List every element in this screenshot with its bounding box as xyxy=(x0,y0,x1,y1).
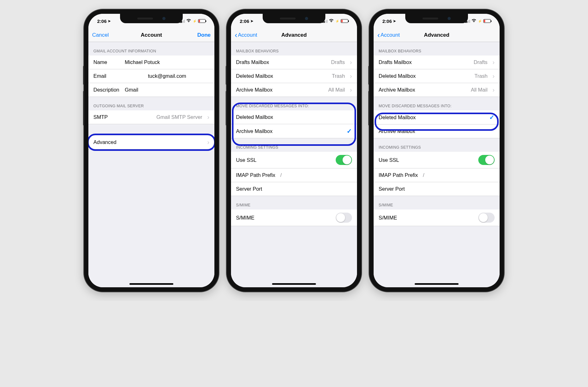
value-description: Gmail xyxy=(125,87,209,93)
chevron-left-icon: ‹ xyxy=(235,31,237,40)
chevron-right-icon: › xyxy=(207,139,209,146)
row-smtp[interactable]: SMTP Gmail SMTP Server › xyxy=(88,110,214,124)
section-header-move-discarded: Move Discarded Messages Into: xyxy=(231,97,357,110)
row-drafts-mailbox[interactable]: Drafts Mailbox Drafts › xyxy=(231,56,357,69)
nav-title: Advanced xyxy=(260,32,328,38)
toggle-smime[interactable] xyxy=(478,213,495,223)
chevron-right-icon: › xyxy=(350,59,352,66)
row-name[interactable]: Name Michael Potuck xyxy=(88,56,214,69)
value-email: tuck@gmail.com xyxy=(125,73,209,79)
battery-icon xyxy=(341,19,348,23)
chevron-right-icon: › xyxy=(492,86,495,93)
nav-bar: ‹ Account Advanced xyxy=(231,28,357,42)
value-smtp: Gmail SMTP Server xyxy=(156,114,202,120)
nav-bar: ‹ Account Advanced xyxy=(374,28,500,42)
row-discard-archive[interactable]: Archive Mailbox xyxy=(374,125,500,138)
toggle-ssl[interactable] xyxy=(478,155,495,165)
battery-icon xyxy=(198,19,206,23)
nav-title: Advanced xyxy=(402,32,471,38)
checkmark-icon: ✓ xyxy=(347,127,352,135)
wifi-icon xyxy=(471,19,476,24)
wifi-icon xyxy=(329,19,334,24)
nav-bar: Cancel Account Done xyxy=(88,28,214,42)
row-deleted-mailbox[interactable]: Deleted Mailbox Trash › xyxy=(231,69,357,83)
cancel-button[interactable]: Cancel xyxy=(92,32,117,38)
home-indicator[interactable] xyxy=(415,283,459,285)
back-button[interactable]: ‹ Account xyxy=(235,31,260,40)
row-discard-archive[interactable]: Archive Mailbox ✓ xyxy=(231,124,357,138)
section-header-mailbox-behaviors: Mailbox Behaviors xyxy=(231,42,357,56)
chevron-right-icon: › xyxy=(492,72,495,80)
location-icon: ➤ xyxy=(108,19,111,23)
phone-frame: 2:06 ➤ ⚡ ‹ Account Advanced Mailbox Beha… xyxy=(227,9,361,292)
screen: 2:06 ➤ ⚡ ‹ Account Advanced Mailbox Beha… xyxy=(374,14,500,287)
label-name: Name xyxy=(93,59,122,65)
charging-icon: ⚡ xyxy=(478,19,482,23)
row-use-ssl[interactable]: Use SSL xyxy=(231,152,357,168)
chevron-right-icon: › xyxy=(350,72,352,80)
home-indicator[interactable] xyxy=(129,283,173,285)
label-smtp: SMTP xyxy=(93,114,153,120)
back-button[interactable]: ‹ Account xyxy=(377,31,402,40)
chevron-right-icon: › xyxy=(350,86,352,93)
content-area[interactable]: Mailbox Behaviors Drafts Mailbox Drafts … xyxy=(231,42,357,287)
content-area[interactable]: Mailbox Behaviors Drafts Mailbox Drafts … xyxy=(374,42,500,287)
label-advanced: Advanced xyxy=(93,139,202,145)
row-server-port[interactable]: Server Port xyxy=(374,182,500,196)
section-header-incoming: Incoming Settings xyxy=(231,138,357,152)
toggle-smime[interactable] xyxy=(336,213,352,223)
row-discard-deleted[interactable]: Deleted Mailbox ✓ xyxy=(374,110,500,125)
label-email: Email xyxy=(93,73,122,79)
value-name: Michael Potuck xyxy=(125,59,209,65)
checkmark-icon: ✓ xyxy=(489,114,495,121)
phone-frame: 2:06 ➤ ⚡ Cancel Account Done Gmail Accou… xyxy=(84,9,219,292)
row-archive-mailbox[interactable]: Archive Mailbox All Mail › xyxy=(374,83,500,97)
home-indicator[interactable] xyxy=(272,283,316,285)
chevron-left-icon: ‹ xyxy=(377,31,380,40)
section-header-smime: S/MIME xyxy=(231,196,357,209)
chevron-right-icon: › xyxy=(207,114,209,121)
charging-icon: ⚡ xyxy=(335,19,339,23)
label-description: Description xyxy=(93,87,122,93)
status-time: 2:06 xyxy=(240,19,249,24)
row-email[interactable]: Email tuck@gmail.com xyxy=(88,69,214,83)
notch xyxy=(405,14,468,23)
row-use-ssl[interactable]: Use SSL xyxy=(374,152,500,168)
status-time: 2:06 xyxy=(382,19,392,24)
battery-icon xyxy=(483,19,491,23)
section-header-outgoing: Outgoing Mail Server xyxy=(88,97,214,110)
notch xyxy=(263,14,325,23)
row-drafts-mailbox[interactable]: Drafts Mailbox Drafts › xyxy=(374,56,500,69)
row-smime[interactable]: S/MIME xyxy=(374,209,500,226)
row-discard-deleted[interactable]: Deleted Mailbox xyxy=(231,110,357,124)
chevron-right-icon: › xyxy=(492,59,495,66)
row-advanced[interactable]: Advanced › xyxy=(88,135,214,149)
nav-title: Account xyxy=(117,32,186,38)
phone-frame: 2:06 ➤ ⚡ ‹ Account Advanced Mailbox Beha… xyxy=(369,9,504,292)
row-imap-prefix[interactable]: IMAP Path Prefix / xyxy=(374,168,500,182)
location-icon: ➤ xyxy=(393,19,396,23)
row-imap-prefix[interactable]: IMAP Path Prefix / xyxy=(231,168,357,182)
notch xyxy=(120,14,183,23)
screen: 2:06 ➤ ⚡ ‹ Account Advanced Mailbox Beha… xyxy=(231,14,357,287)
screen: 2:06 ➤ ⚡ Cancel Account Done Gmail Accou… xyxy=(88,14,214,287)
location-icon: ➤ xyxy=(250,19,253,23)
wifi-icon xyxy=(186,19,191,24)
section-header-mailbox-behaviors: Mailbox Behaviors xyxy=(374,42,500,56)
section-header-smime: S/MIME xyxy=(374,196,500,209)
section-header-incoming: Incoming Settings xyxy=(374,138,500,152)
section-header-account-info: Gmail Account Information xyxy=(88,42,214,56)
charging-icon: ⚡ xyxy=(193,19,197,23)
section-header-move-discarded: Move Discarded Messages Into: xyxy=(374,97,500,110)
done-button[interactable]: Done xyxy=(186,32,211,38)
row-smime[interactable]: S/MIME xyxy=(231,209,357,226)
row-deleted-mailbox[interactable]: Deleted Mailbox Trash › xyxy=(374,69,500,83)
row-server-port[interactable]: Server Port xyxy=(231,182,357,196)
row-archive-mailbox[interactable]: Archive Mailbox All Mail › xyxy=(231,83,357,97)
toggle-ssl[interactable] xyxy=(336,155,352,165)
row-description[interactable]: Description Gmail xyxy=(88,83,214,97)
status-time: 2:06 xyxy=(97,19,107,24)
content-area[interactable]: Gmail Account Information Name Michael P… xyxy=(88,42,214,287)
